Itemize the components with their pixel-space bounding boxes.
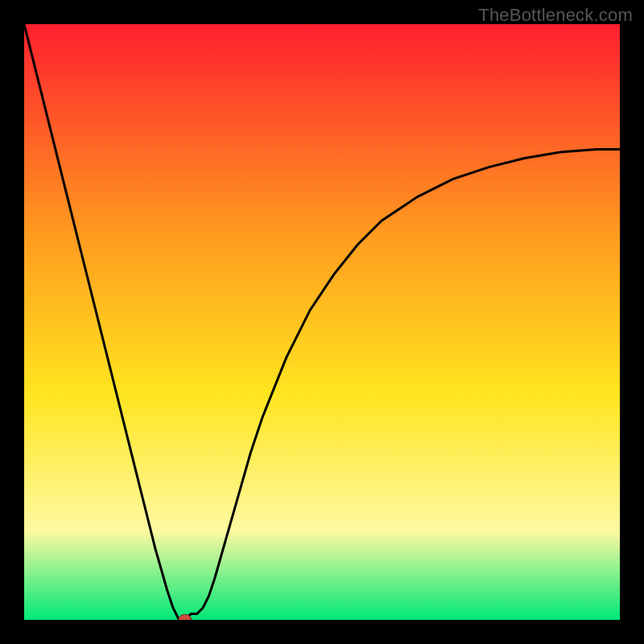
watermark-text: TheBottleneck.com [478,5,633,26]
bottleneck-chart [24,24,620,620]
plot-area [24,24,620,620]
chart-frame: TheBottleneck.com [0,0,644,644]
gradient-background [24,24,620,620]
